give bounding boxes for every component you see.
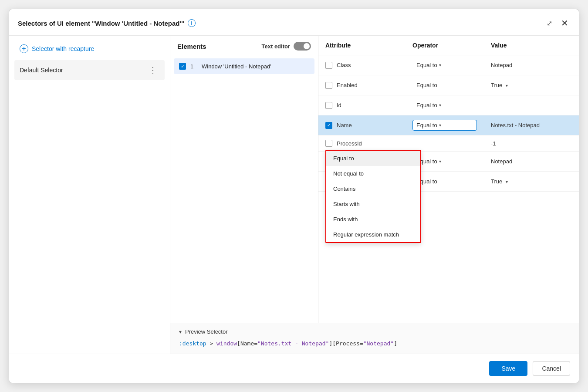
operator-col-header: Operator	[406, 36, 484, 55]
title-controls: ⤢ ✕	[545, 16, 570, 30]
preview-section: ▾ Preview Selector :desktop > window[Nam…	[170, 323, 579, 354]
dropdown-item-ends-with[interactable]: Ends with	[326, 212, 420, 227]
processid-value: -1	[484, 135, 579, 152]
collapse-icon: ▾	[179, 329, 182, 335]
process-value: Notepad	[484, 152, 579, 172]
table-row: Enabled Equal to True	[318, 75, 579, 95]
attributes-panel: Attribute Operator Value	[318, 36, 579, 323]
table-row: Id Equal to ▾	[318, 95, 579, 115]
cancel-button[interactable]: Cancel	[533, 361, 570, 376]
elements-list: ✓ 1 Window 'Untitled - Notepad'	[170, 55, 318, 323]
title-left: Selectors of UI element "Window 'Untitle…	[18, 19, 196, 27]
attribute-cell: Name	[325, 122, 399, 129]
text-editor-switch[interactable]	[294, 42, 311, 51]
operator-dropdown: Equal to Not equal to Contains Starts wi…	[325, 150, 421, 243]
selector-arrow: >	[206, 340, 216, 347]
table-row: Name Equal to ▾ Notes.txt - Notepad	[318, 115, 579, 135]
text-editor-label: Text editor	[262, 43, 291, 50]
expand-button[interactable]: ⤢	[545, 17, 554, 29]
dropdown-item-regex[interactable]: Regular expression match	[326, 227, 420, 242]
selector-desktop: :desktop	[179, 340, 206, 347]
chevron-down-icon: ▾	[439, 63, 441, 68]
name-checkbox[interactable]	[325, 122, 332, 129]
id-label: Id	[337, 102, 341, 108]
element-checkbox[interactable]: ✓	[179, 63, 186, 70]
name-value: Notes.txt - Notepad	[484, 115, 579, 135]
chevron-down-icon: ▾	[439, 159, 441, 164]
chevron-down-icon: ▾	[439, 123, 441, 128]
attribute-cell: ProcessId	[325, 140, 399, 147]
elements-header-label: Elements	[177, 43, 206, 50]
dialog: Selectors of UI element "Window 'Untitle…	[9, 9, 579, 383]
more-options-button[interactable]: ⋮	[146, 64, 159, 76]
processid-label: ProcessId	[337, 140, 362, 147]
footer: Save Cancel	[9, 354, 579, 383]
table-row: ProcessId -1	[318, 135, 579, 152]
chevron-down-icon[interactable]: ▾	[506, 83, 508, 88]
add-selector-button[interactable]: + Selector with recapture	[14, 41, 165, 57]
main-content: + Selector with recapture Default Select…	[9, 36, 579, 354]
selector-brackets: [Name="Notes.txt - Notepad"][Process="No…	[237, 340, 397, 347]
dialog-title: Selectors of UI element "Window 'Untitle…	[18, 20, 184, 27]
enabled-label: Enabled	[337, 82, 358, 88]
element-label: Window 'Untitled - Notepad'	[202, 63, 271, 70]
iswindow-value: True ▾	[484, 172, 579, 192]
right-content: Elements Text editor ✓ 1 Window 'Unt	[170, 36, 579, 354]
elements-panel-header: Elements Text editor	[170, 36, 318, 55]
attribute-cell: Id	[325, 102, 399, 109]
selector-item-label: Default Selector	[20, 67, 63, 74]
iswindow-operator[interactable]: Equal to	[412, 176, 477, 187]
add-selector-label: Selector with recapture	[32, 45, 94, 52]
id-operator[interactable]: Equal to ▾	[412, 100, 477, 111]
title-bar: Selectors of UI element "Window 'Untitle…	[9, 9, 579, 36]
value-col-header: Value	[484, 36, 579, 55]
class-operator[interactable]: Equal to ▾	[412, 60, 477, 71]
info-icon[interactable]: i	[188, 19, 196, 27]
chevron-down-icon[interactable]: ▾	[506, 179, 508, 184]
id-value	[484, 95, 579, 115]
attribute-cell: Class	[325, 62, 399, 69]
table-row: Class Equal to ▾ Notepad	[318, 55, 579, 75]
enabled-value: True ▾	[484, 75, 579, 95]
save-button[interactable]: Save	[489, 361, 527, 376]
dropdown-item-not-equal-to[interactable]: Not equal to	[326, 166, 420, 181]
enabled-checkbox[interactable]	[325, 82, 332, 89]
checkmark-icon: ✓	[181, 64, 185, 69]
close-button[interactable]: ✕	[559, 16, 570, 30]
preview-content: :desktop > window[Name="Notes.txt - Note…	[179, 338, 570, 348]
attribute-col-header: Attribute	[318, 36, 406, 55]
selector-item[interactable]: Default Selector ⋮	[14, 60, 165, 80]
process-operator[interactable]: Equal to ▾	[412, 156, 477, 167]
processid-operator	[406, 135, 484, 152]
element-item[interactable]: ✓ 1 Window 'Untitled - Notepad'	[174, 58, 314, 74]
elements-and-attributes: Elements Text editor ✓ 1 Window 'Unt	[170, 36, 579, 323]
middle-panel: Elements Text editor ✓ 1 Window 'Unt	[170, 36, 318, 323]
id-checkbox[interactable]	[325, 102, 332, 109]
name-label: Name	[337, 122, 352, 128]
chevron-down-icon: ▾	[439, 103, 441, 108]
plus-icon: +	[20, 44, 28, 53]
element-number: 1	[190, 63, 197, 70]
processid-checkbox[interactable]	[325, 140, 332, 147]
attribute-cell: Enabled	[325, 82, 399, 89]
text-editor-toggle: Text editor	[262, 42, 311, 51]
left-panel: + Selector with recapture Default Select…	[9, 36, 170, 354]
dropdown-item-contains[interactable]: Contains	[326, 181, 420, 196]
preview-header[interactable]: ▾ Preview Selector	[179, 328, 570, 335]
class-value: Notepad	[484, 55, 579, 75]
preview-label: Preview Selector	[185, 328, 228, 335]
dropdown-item-starts-with[interactable]: Starts with	[326, 196, 420, 212]
dropdown-item-equal-to[interactable]: Equal to	[326, 151, 420, 166]
enabled-operator[interactable]: Equal to	[412, 80, 477, 91]
class-label: Class	[337, 62, 351, 68]
name-operator[interactable]: Equal to ▾	[412, 120, 477, 131]
selector-keyword: window	[216, 340, 237, 347]
class-checkbox[interactable]	[325, 62, 332, 69]
